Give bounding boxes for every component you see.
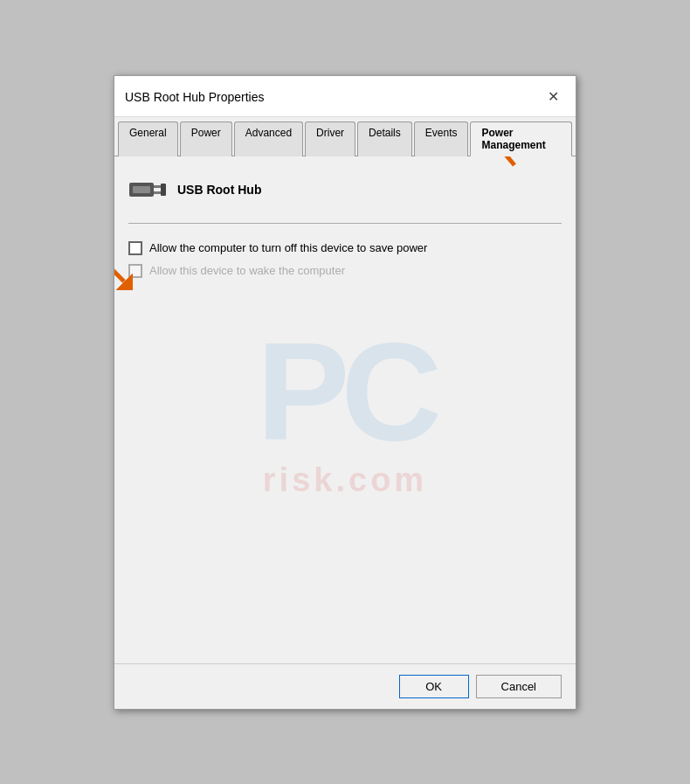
ok-button[interactable]: OK <box>399 675 469 698</box>
content-area: USB Root Hub PC risk.com Allow the compu… <box>114 156 576 663</box>
cancel-button[interactable]: Cancel <box>476 675 562 698</box>
dialog-title: USB Root Hub Properties <box>125 90 265 104</box>
dialog: USB Root Hub Properties ✕ General Power … <box>114 75 576 710</box>
allow-wake-arrow-container <box>128 264 142 278</box>
svg-rect-5 <box>154 191 161 194</box>
usb-device-icon <box>128 170 167 209</box>
tab-events[interactable]: Events <box>414 121 469 156</box>
footer: OK Cancel <box>114 663 576 709</box>
tab-driver[interactable]: Driver <box>305 121 355 156</box>
watermark: PC risk.com <box>257 321 433 498</box>
allow-wake-label: Allow this device to wake the computer <box>149 264 345 277</box>
tab-details[interactable]: Details <box>357 121 412 156</box>
svg-rect-6 <box>161 184 166 196</box>
svg-rect-3 <box>133 186 150 193</box>
close-button[interactable]: ✕ <box>541 85 565 109</box>
svg-line-1 <box>471 156 514 165</box>
tab-power[interactable]: Power <box>180 121 232 156</box>
allow-turnoff-row: Allow the computer to turn off this devi… <box>128 241 562 255</box>
allow-wake-row: Allow this device to wake the computer <box>128 264 562 278</box>
device-header: USB Root Hub <box>128 170 562 224</box>
watermark-risk: risk.com <box>263 461 427 498</box>
tab-bar: General Power Advanced Driver Details Ev… <box>114 117 576 156</box>
allow-wake-checkbox[interactable] <box>128 264 142 278</box>
tab-advanced[interactable]: Advanced <box>234 121 303 156</box>
allow-turnoff-checkbox[interactable] <box>128 241 142 255</box>
svg-line-8 <box>114 246 124 281</box>
tab-power-management[interactable]: Power Management <box>470 121 572 156</box>
svg-rect-4 <box>154 185 161 188</box>
allow-turnoff-label: Allow the computer to turn off this devi… <box>149 241 427 254</box>
device-name: USB Root Hub <box>177 183 261 197</box>
tab-general[interactable]: General <box>118 121 178 156</box>
watermark-pc: PC <box>257 321 433 461</box>
title-bar: USB Root Hub Properties ✕ <box>114 76 576 117</box>
options-section: Allow the computer to turn off this devi… <box>128 241 562 278</box>
